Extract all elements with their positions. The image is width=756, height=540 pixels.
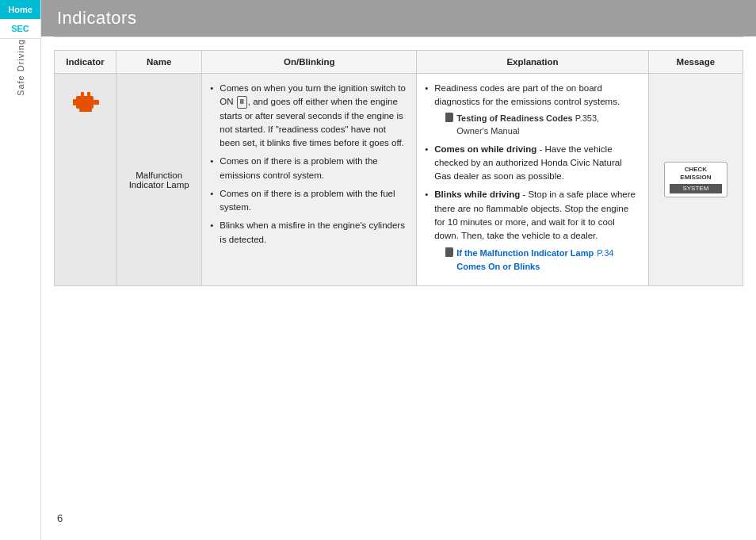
svg-rect-2 [87, 92, 90, 97]
sidebar-section-label: Safe Driving [16, 39, 25, 104]
on-blinking-item-2: Comes on if there is a problem with the … [210, 155, 408, 182]
content-area: Indicator Name On/Blinking Explanation M… [41, 37, 756, 299]
table-row: MalfunctionIndicator Lamp Comes on when … [55, 74, 743, 286]
ignition-badge: II [237, 96, 247, 109]
indicator-name-text: MalfunctionIndicator Lamp [129, 170, 189, 190]
explanation-item-3: Blinks while driving - Stop in a safe pl… [425, 188, 640, 273]
blinks-bold: Blinks while driving [434, 190, 520, 199]
message-badge: CHECK EMISSION SYSTEM [664, 162, 727, 197]
book-icon [445, 113, 453, 122]
message-badge-line2: SYSTEM [670, 184, 722, 193]
malfunction-link-text[interactable]: If the Malfunction Indicator LampComes O… [456, 247, 594, 273]
owner-manual-text: Testing of Readiness Codes P.353,Owner's… [456, 112, 599, 138]
page-title: Indicators [57, 8, 136, 29]
indicator-name-cell: MalfunctionIndicator Lamp [116, 74, 202, 286]
svg-rect-5 [79, 109, 92, 112]
col-header-indicator: Indicator [55, 51, 116, 74]
col-header-onblinking: On/Blinking [202, 51, 417, 74]
on-blinking-item-3: Comes on if there is a problem with the … [210, 187, 408, 215]
on-blinking-cell: Comes on when you turn the ignition swit… [202, 74, 417, 286]
comes-on-bold: Comes on while driving [434, 144, 536, 154]
explanation-item-2: Comes on while driving - Have the vehicl… [425, 143, 640, 184]
sidebar-sec-label[interactable]: SEC [0, 19, 40, 39]
explanation-list: Readiness codes are part of the on board… [425, 82, 640, 273]
col-header-explanation: Explanation [417, 51, 649, 74]
indicator-cell [55, 74, 116, 286]
col-header-name: Name [116, 51, 202, 74]
on-blinking-item-4: Blinks when a misfire in the engine's cy… [210, 219, 408, 247]
explanation-cell: Readiness codes are part of the on board… [417, 74, 649, 286]
message-image: CHECK EMISSION SYSTEM [657, 156, 735, 204]
svg-rect-1 [81, 92, 84, 97]
message-cell: CHECK EMISSION SYSTEM [648, 74, 743, 286]
page-header: Indicators [41, 0, 756, 36]
explanation-item-1: Readiness codes are part of the on board… [425, 82, 640, 138]
engine-icon [67, 82, 105, 120]
page-number: 6 [57, 512, 63, 524]
main-content: Indicators Indicator Name On/Blinking Ex… [41, 0, 756, 540]
sidebar-home-button[interactable]: Home [0, 0, 40, 19]
malfunction-link-page: P.34 [597, 247, 613, 260]
indicators-table: Indicator Name On/Blinking Explanation M… [54, 50, 743, 286]
svg-rect-4 [94, 100, 99, 105]
sidebar: Home SEC Safe Driving [0, 0, 41, 540]
on-blinking-item-1: Comes on when you turn the ignition swit… [210, 82, 408, 150]
on-blinking-list: Comes on when you turn the ignition swit… [210, 82, 408, 247]
svg-rect-3 [73, 99, 76, 105]
svg-rect-0 [76, 96, 94, 109]
link-book-icon [445, 247, 453, 257]
col-header-message: Message [648, 51, 743, 74]
message-badge-line1: CHECK EMISSION [670, 166, 722, 182]
malfunction-link-ref[interactable]: If the Malfunction Indicator LampComes O… [445, 247, 640, 273]
owner-manual-ref: Testing of Readiness Codes P.353,Owner's… [445, 112, 640, 138]
